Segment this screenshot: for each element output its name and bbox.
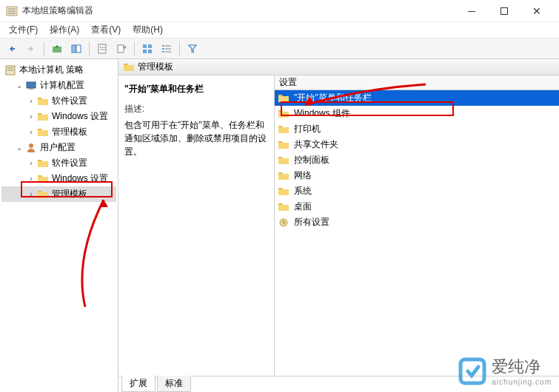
list-row[interactable]: 所有设置 [275,214,559,230]
svg-rect-26 [27,82,36,88]
window-title: 本地组策略编辑器 [22,4,455,17]
list-item-label: 系统 [294,185,312,197]
detail-title: "开始"菜单和任务栏 [124,83,268,95]
watermark-url: aichunjing.com [492,378,552,386]
tree-label: Windows 设置 [52,172,108,185]
folder-icon [37,95,49,107]
list-item-label: 共享文件夹 [294,138,338,151]
close-button[interactable]: ✕ [520,0,553,22]
content-pane: 管理模板 "开始"菜单和任务栏 描述: 包含可用于在"开始"菜单、任务栏和通知区… [118,59,559,392]
svg-rect-15 [143,50,147,53]
expand-icon[interactable]: › [27,190,36,199]
watermark: 爱纯净 aichunjing.com [458,356,552,386]
list-item-label: 所有设置 [294,216,329,229]
svg-rect-5 [53,47,61,53]
folder-icon [123,61,135,73]
tree-label: 软件设置 [52,95,87,107]
svg-rect-14 [148,44,152,48]
back-button[interactable] [3,40,21,58]
folder-icon [37,126,49,138]
list-header[interactable]: 设置 [275,75,559,90]
detail-desc-label: 描述: [124,103,268,115]
folder-icon [37,173,49,185]
list-pane: 设置 "开始"菜单和任务栏Windows 组件打印机共享文件夹控制面板网络系统桌… [274,75,559,376]
content-header-label: 管理模板 [138,61,173,73]
list-row[interactable]: 网络 [275,168,559,183]
console-tree[interactable]: 本地计算机 策略 ⌄ 计算机配置 ›软件设置 ›Windows 设置 ›管理模板… [0,59,118,392]
tree-c-admin[interactable]: ›管理模板 [1,124,116,140]
folder-icon [37,189,49,200]
svg-rect-17 [162,45,164,47]
user-icon [25,142,37,154]
tab-standard[interactable]: 标准 [157,376,191,392]
list-row[interactable]: 桌面 [275,199,559,214]
tree-label: 计算机配置 [40,79,84,92]
tree-u-admin[interactable]: ›管理模板 [1,186,116,202]
list-item-label: 桌面 [294,200,312,213]
filter-button[interactable] [184,40,201,58]
list-row[interactable]: 共享文件夹 [275,137,559,152]
list-button[interactable] [158,40,175,58]
list-body[interactable]: "开始"菜单和任务栏Windows 组件打印机共享文件夹控制面板网络系统桌面所有… [275,90,559,376]
tree-c-windows[interactable]: ›Windows 设置 [1,109,116,124]
svg-rect-13 [143,44,147,48]
list-item-label: 打印机 [294,123,321,135]
title-bar: 本地组策略编辑器 ─ ✕ [0,0,559,22]
menu-action[interactable]: 操作(A) [44,22,85,38]
collapse-icon[interactable]: ⌄ [15,81,24,90]
expand-icon[interactable]: › [27,112,36,121]
list-row[interactable]: "开始"菜单和任务栏 [275,90,559,106]
list-row[interactable]: Windows 组件 [275,106,559,121]
list-row[interactable]: 打印机 [275,121,559,137]
collapse-icon[interactable]: ⌄ [15,143,24,152]
up-button[interactable] [48,40,66,58]
computer-icon [25,80,37,92]
list-item-label: "开始"菜单和任务栏 [294,92,372,104]
tree-c-software[interactable]: ›软件设置 [1,93,116,109]
tree-computer-config[interactable]: ⌄ 计算机配置 [1,78,116,93]
tree-u-software[interactable]: ›软件设置 [1,155,116,171]
tree-user-config[interactable]: ⌄ 用户配置 [1,140,116,155]
tree-root[interactable]: 本地计算机 策略 [1,62,116,78]
tree-u-windows[interactable]: ›Windows 设置 [1,171,116,186]
list-item-label: 网络 [294,169,312,182]
properties-button[interactable] [93,40,111,58]
list-item-label: Windows 组件 [294,107,350,120]
tree-label: 用户配置 [40,141,76,154]
svg-rect-18 [165,45,171,47]
workarea: 本地计算机 策略 ⌄ 计算机配置 ›软件设置 ›Windows 设置 ›管理模板… [0,59,559,392]
tree-label: 管理模板 [52,188,87,200]
svg-rect-27 [29,89,33,89]
expand-icon[interactable]: › [27,175,36,183]
minimize-button[interactable]: ─ [455,0,488,22]
toolbar [0,38,559,59]
svg-rect-7 [76,45,81,53]
tab-extended[interactable]: 扩展 [121,376,155,392]
expand-icon[interactable]: › [27,97,36,106]
expand-icon[interactable]: › [27,159,36,168]
menu-bar: 文件(F) 操作(A) 查看(V) 帮助(H) [0,22,559,38]
list-item-label: 控制面板 [294,154,329,166]
menu-view[interactable]: 查看(V) [85,22,127,38]
svg-rect-12 [118,45,124,53]
svg-rect-30 [461,359,484,383]
svg-rect-16 [148,50,152,53]
show-hide-button[interactable] [67,40,85,58]
tree-label: 管理模板 [52,126,87,138]
svg-point-9 [100,47,101,48]
detail-desc: 包含可用于在"开始"菜单、任务栏和通知区域添加、删除或禁用项目的设置。 [124,118,268,158]
export-button[interactable] [113,40,130,58]
app-icon [6,5,18,17]
maximize-button[interactable] [488,0,520,22]
forward-button[interactable] [22,40,40,58]
menu-help[interactable]: 帮助(H) [127,22,169,38]
watermark-text: 爱纯净 [492,357,540,376]
menu-file[interactable]: 文件(F) [3,22,44,38]
expand-icon[interactable]: › [27,128,36,137]
svg-rect-21 [162,51,164,53]
icons-button[interactable] [138,40,156,58]
folder-icon [37,158,49,169]
list-row[interactable]: 控制面板 [275,152,559,168]
tree-root-label: 本地计算机 策略 [19,64,84,76]
list-row[interactable]: 系统 [275,183,559,199]
